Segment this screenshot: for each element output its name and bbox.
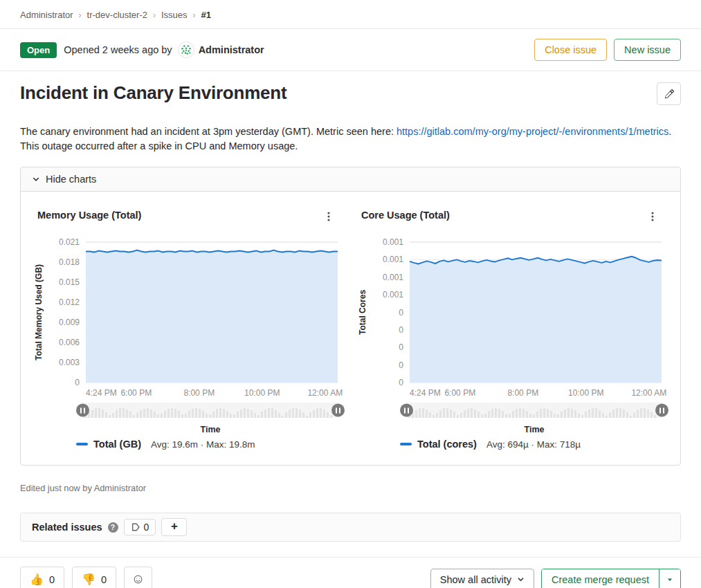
chart-title: Memory Usage (Total) — [37, 210, 141, 221]
brush-handle-left-icon[interactable] — [400, 404, 413, 417]
create-merge-request-button[interactable]: Create merge request — [542, 569, 659, 588]
svg-text:12:00 AM: 12:00 AM — [631, 388, 666, 398]
legend-series-name: Total (cores) — [417, 439, 477, 450]
edit-title-button[interactable] — [657, 82, 681, 105]
svg-text:0: 0 — [399, 378, 403, 387]
page-title: Incident in Canary Environment — [20, 82, 287, 104]
create-merge-request-split-button: Create merge request — [541, 569, 681, 588]
breadcrumb-separator-icon: › — [193, 10, 196, 20]
svg-text:10:00 PM: 10:00 PM — [244, 388, 280, 398]
related-issues-count: 0 — [144, 522, 149, 533]
svg-text:0.012: 0.012 — [59, 297, 80, 307]
close-issue-button[interactable]: Close issue — [534, 39, 607, 61]
chart-title: Core Usage (Total) — [361, 210, 450, 221]
hide-charts-toggle[interactable]: Hide charts — [21, 167, 680, 192]
issue-status-header: Open Opened 2 weeks ago by Administrator… — [20, 29, 681, 71]
avatar[interactable] — [178, 42, 194, 58]
svg-text:4:24 PM: 4:24 PM — [410, 388, 441, 398]
legend-series-stats: Avg: 19.6m · Max: 19.8m — [151, 439, 255, 450]
svg-text:Total Cores: Total Cores — [358, 290, 367, 335]
thumbs-down-count: 0 — [101, 574, 107, 585]
chart-memory-usage: Memory Usage (Total) 0.0210.0180.0150.01… — [26, 210, 350, 450]
svg-text:0: 0 — [399, 360, 403, 370]
metrics-charts-panel: Hide charts Memory Usage (Total) 0.0210.… — [20, 167, 681, 466]
svg-text:0: 0 — [75, 378, 80, 387]
breadcrumb-administrator[interactable]: Administrator — [20, 10, 73, 20]
svg-text:0.003: 0.003 — [59, 358, 80, 367]
brush-minimap — [406, 403, 663, 418]
metrics-link[interactable]: https://gitlab.com/my-org/my-project/-/e… — [397, 126, 668, 137]
brush-handle-right-icon[interactable] — [655, 404, 668, 417]
activity-filter-label: Show all activity — [440, 574, 511, 585]
chart-legend[interactable]: Total (GB) Avg: 19.6m · Max: 19.8m — [76, 439, 345, 450]
svg-text:10:00 PM: 10:00 PM — [568, 388, 603, 398]
issue-page: Administrator › tr-dev-cluster-2 › Issue… — [0, 0, 701, 28]
hide-charts-label: Hide charts — [46, 174, 96, 185]
brush-handle-left-icon[interactable] — [76, 404, 89, 417]
svg-text:0: 0 — [399, 308, 403, 318]
svg-text:6:00 PM: 6:00 PM — [120, 388, 152, 398]
chart-core-usage: Core Usage (Total) 0.0010.0010.0010.0010… — [350, 210, 674, 450]
opened-text: Opened 2 weeks ago by — [64, 44, 172, 55]
x-axis-title: Time — [86, 425, 335, 434]
chart-plot-area: 0.0210.0180.0150.0120.0090.0060.0030Tota… — [32, 234, 345, 401]
svg-text:0.006: 0.006 — [59, 338, 80, 347]
svg-text:8:00 PM: 8:00 PM — [183, 388, 215, 398]
svg-text:6:00 PM: 6:00 PM — [444, 388, 475, 398]
breadcrumb-issues[interactable]: Issues — [161, 10, 188, 20]
thumbs-down-button[interactable]: 👎 0 — [72, 567, 116, 588]
thumbs-up-icon: 👍 — [30, 573, 44, 586]
smiley-icon — [134, 573, 143, 585]
svg-text:0.001: 0.001 — [383, 237, 403, 247]
create-merge-request-dropdown[interactable] — [659, 569, 680, 588]
legend-series-stats: Avg: 694µ · Max: 718µ — [486, 439, 581, 450]
svg-text:0.001: 0.001 — [383, 290, 403, 300]
new-issue-button[interactable]: New issue — [614, 39, 681, 61]
chart-menu-kebab-icon[interactable] — [322, 210, 335, 226]
add-reaction-button[interactable] — [124, 567, 152, 588]
svg-text:4:24 PM: 4:24 PM — [86, 388, 117, 398]
breadcrumb-separator-icon: › — [79, 10, 82, 20]
breadcrumb-issue-number: #1 — [201, 10, 211, 20]
related-issues-card: Related issues ? 0 + — [20, 513, 681, 542]
activity-filter-dropdown[interactable]: Show all activity — [430, 569, 534, 588]
brush-handle-right-icon[interactable] — [331, 404, 345, 417]
thumbs-up-button[interactable]: 👍 0 — [20, 567, 64, 588]
chart-legend[interactable]: Total (cores) Avg: 694µ · Max: 718µ — [400, 439, 668, 450]
breadcrumb-project[interactable]: tr-dev-cluster-2 — [87, 10, 147, 20]
related-issues-count-badge: 0 — [124, 519, 156, 535]
chevron-down-icon — [517, 576, 525, 583]
legend-series-name: Total (GB) — [93, 439, 141, 450]
svg-text:0.001: 0.001 — [383, 255, 403, 264]
add-related-issue-button[interactable]: + — [161, 518, 187, 536]
chart-zoom-brush[interactable] — [406, 403, 663, 418]
legend-swatch — [76, 443, 88, 445]
svg-text:0.021: 0.021 — [59, 237, 80, 247]
edited-note: Edited just now by Administrator — [20, 483, 681, 493]
svg-text:0: 0 — [399, 325, 403, 335]
chevron-down-icon — [32, 175, 40, 183]
caret-down-icon — [666, 576, 673, 583]
status-badge: Open — [20, 42, 57, 58]
x-axis-title: Time — [410, 425, 659, 434]
breadcrumb-separator-icon: › — [153, 10, 156, 20]
chart-plot-area: 0.0010.0010.0010.00100000Total Cores4:24… — [356, 234, 668, 401]
legend-swatch — [400, 443, 412, 445]
awards-row: 👍 0 👎 0 Show all activity Create merge r… — [20, 558, 681, 588]
brush-minimap — [82, 403, 339, 418]
author-name[interactable]: Administrator — [199, 44, 264, 55]
chart-zoom-brush[interactable] — [82, 403, 339, 418]
svg-text:12:00 AM: 12:00 AM — [307, 388, 343, 398]
svg-text:Total Memory Used (GB): Total Memory Used (GB) — [34, 264, 44, 360]
description-text: The canary environment had an incident a… — [20, 126, 397, 137]
svg-text:0.001: 0.001 — [383, 273, 403, 282]
svg-text:0.009: 0.009 — [59, 318, 80, 327]
chart-menu-kebab-icon[interactable] — [646, 210, 659, 226]
svg-text:0: 0 — [399, 342, 403, 352]
help-icon[interactable]: ? — [108, 522, 118, 533]
thumbs-down-icon: 👎 — [82, 573, 95, 586]
breadcrumb: Administrator › tr-dev-cluster-2 › Issue… — [20, 0, 681, 28]
issue-icon — [131, 522, 140, 532]
svg-text:0.018: 0.018 — [59, 257, 80, 267]
svg-text:0.015: 0.015 — [59, 277, 80, 287]
